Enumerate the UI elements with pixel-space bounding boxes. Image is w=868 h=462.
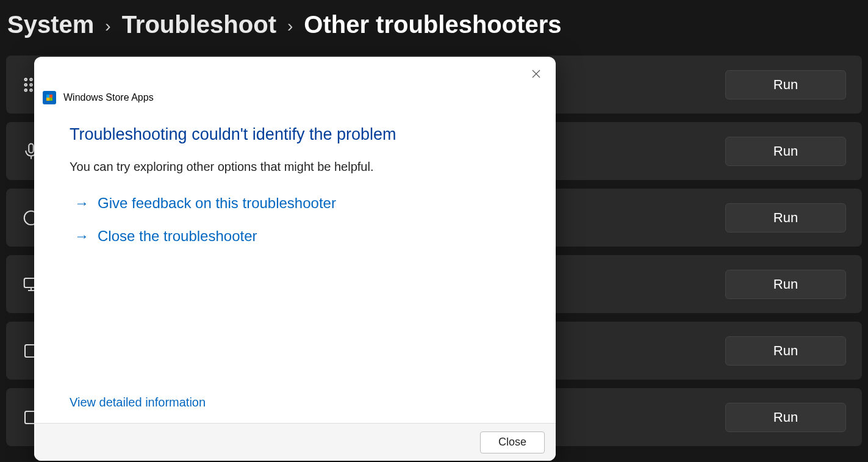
dialog-title: Windows Store Apps — [63, 92, 154, 103]
dialog-heading: Troubleshooting couldn't identify the pr… — [70, 125, 522, 144]
close-troubleshooter-link[interactable]: → Close the troubleshooter — [70, 228, 522, 245]
give-feedback-link[interactable]: → Give feedback on this troubleshooter — [70, 195, 522, 212]
arrow-right-icon: → — [74, 196, 89, 211]
arrow-right-icon: → — [74, 229, 89, 244]
close-button[interactable]: Close — [480, 431, 545, 453]
run-button[interactable]: Run — [725, 270, 846, 299]
link-label: Close the troubleshooter — [98, 228, 257, 245]
breadcrumb-troubleshoot[interactable]: Troubleshoot — [122, 11, 276, 38]
link-label: Give feedback on this troubleshooter — [98, 195, 336, 212]
troubleshooter-dialog: Windows Store Apps Troubleshooting could… — [34, 57, 556, 461]
breadcrumb: System › Troubleshoot › Other troublesho… — [0, 0, 868, 56]
svg-point-6 — [25, 89, 27, 92]
run-button[interactable]: Run — [725, 336, 846, 366]
close-icon[interactable] — [528, 65, 545, 82]
windows-store-icon — [43, 91, 56, 104]
breadcrumb-other-troubleshooters: Other troubleshooters — [304, 11, 561, 38]
view-detailed-information-link[interactable]: View detailed information — [70, 395, 206, 410]
dialog-footer: Close — [34, 423, 556, 461]
svg-point-7 — [30, 89, 32, 92]
run-button[interactable]: Run — [725, 403, 846, 432]
dialog-description: You can try exploring other options that… — [70, 160, 522, 174]
chevron-right-icon: › — [105, 16, 110, 36]
dialog-title-row: Windows Store Apps — [34, 57, 556, 104]
run-button[interactable]: Run — [725, 70, 846, 99]
svg-point-3 — [25, 84, 27, 86]
chevron-right-icon: › — [287, 16, 293, 36]
run-button[interactable]: Run — [725, 137, 846, 166]
svg-rect-9 — [29, 143, 34, 153]
svg-point-4 — [30, 84, 32, 86]
svg-point-0 — [25, 78, 27, 81]
svg-point-1 — [30, 78, 32, 81]
breadcrumb-system[interactable]: System — [7, 11, 94, 38]
dialog-body: Troubleshooting couldn't identify the pr… — [34, 104, 556, 423]
run-button[interactable]: Run — [725, 203, 846, 233]
